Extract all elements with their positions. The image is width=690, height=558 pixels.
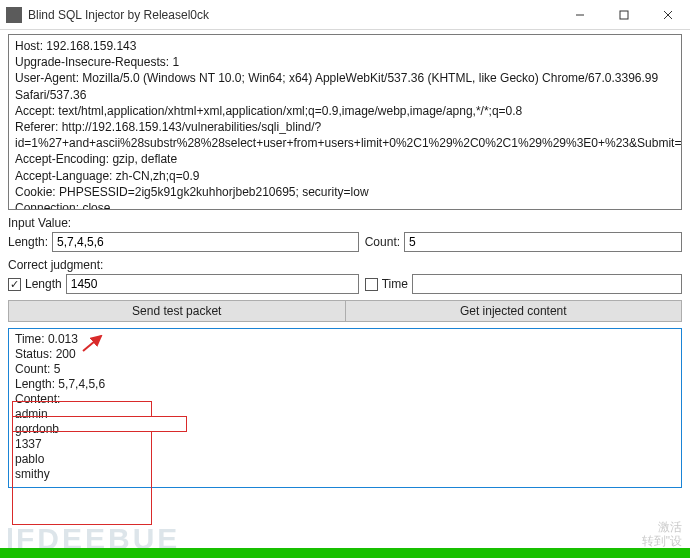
output-line: Time: 0.013 [15,332,675,347]
output-line: Length: 5,7,4,5,6 [15,377,675,392]
close-button[interactable] [646,0,690,29]
judgment-length-input[interactable] [66,274,359,294]
get-injected-content-button[interactable]: Get injected content [346,300,683,322]
send-test-packet-button[interactable]: Send test packet [8,300,346,322]
request-line: Host: 192.168.159.143 [15,38,675,54]
request-line: User-Agent: Mozilla/5.0 (Windows NT 10.0… [15,70,675,102]
correct-judgment-label: Correct judgment: [8,258,682,272]
count-label: Count: [365,235,400,249]
window-title: Blind SQL Injector by Releasel0ck [28,8,558,22]
output-line: gordonb [15,422,675,437]
length-checkbox-label: Length [25,277,62,291]
output-line: admin [15,407,675,422]
output-line: pablo [15,452,675,467]
request-line: Connection: close [15,200,675,210]
minimize-button[interactable] [558,0,602,29]
input-value-label: Input Value: [8,216,682,230]
judgment-time-input[interactable] [412,274,682,294]
length-input[interactable] [52,232,359,252]
output-line: Count: 5 [15,362,675,377]
request-line: Accept: text/html,application/xhtml+xml,… [15,103,675,119]
svg-rect-1 [620,11,628,19]
request-line: Upgrade-Insecure-Requests: 1 [15,54,675,70]
request-line: Cookie: PHPSESSID=2ig5k91gk2kuhhorjbeb21… [15,184,675,200]
app-icon [6,7,22,23]
output-textarea[interactable]: Time: 0.013Status: 200Count: 5Length: 5,… [8,328,682,488]
output-line: Content: [15,392,675,407]
length-label: Length: [8,235,48,249]
output-line: Status: 200 [15,347,675,362]
output-line: smithy [15,467,675,482]
watermark-right: 激活 转到"设 [642,520,682,548]
count-input[interactable] [404,232,682,252]
request-textarea[interactable]: Host: 192.168.159.143Upgrade-Insecure-Re… [8,34,682,210]
output-line: 1337 [15,437,675,452]
time-checkbox[interactable] [365,278,378,291]
request-line: Accept-Language: zh-CN,zh;q=0.9 [15,168,675,184]
time-checkbox-label: Time [382,277,408,291]
maximize-button[interactable] [602,0,646,29]
length-checkbox[interactable] [8,278,21,291]
progress-bar [0,548,690,558]
window-controls [558,0,690,29]
request-line: Accept-Encoding: gzip, deflate [15,151,675,167]
request-line: Referer: http://192.168.159.143/vulnerab… [15,119,675,151]
titlebar: Blind SQL Injector by Releasel0ck [0,0,690,30]
